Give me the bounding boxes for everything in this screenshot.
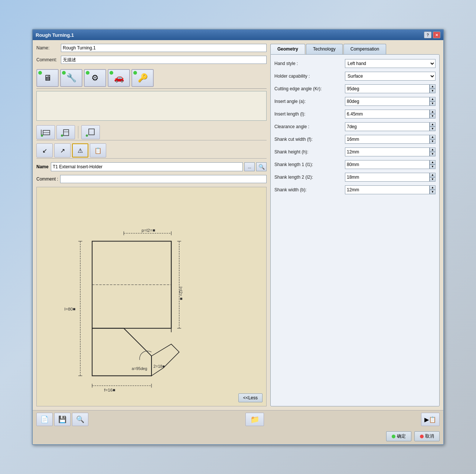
- toolbar-icon-4: 🚗: [114, 73, 124, 83]
- clearance-angle-up[interactable]: ▲: [430, 122, 436, 127]
- sub-icon-1b: [60, 127, 71, 138]
- bottom-icon-2: 💾: [58, 415, 66, 423]
- green-indicator-4: [110, 71, 113, 75]
- shank-height-input[interactable]: [345, 147, 430, 156]
- sub-btn-1c[interactable]: [81, 125, 100, 139]
- clearance-angle-down[interactable]: ▼: [430, 127, 436, 131]
- ok-label: 确定: [397, 433, 406, 439]
- sub-icon-1c: [85, 127, 96, 138]
- shank-width-down[interactable]: ▼: [430, 190, 436, 194]
- help-button[interactable]: ?: [424, 32, 431, 38]
- insert-angle-down[interactable]: ▼: [430, 101, 436, 106]
- shank-length1-control: ▲ ▼: [345, 160, 436, 169]
- name-input[interactable]: [61, 44, 267, 52]
- toolbar-icon-5: 🔑: [138, 73, 148, 83]
- ok-cancel-row: 确定 取消: [33, 428, 443, 444]
- insert-length-label: Insert length (l):: [274, 111, 345, 117]
- shank-width-up[interactable]: ▲: [430, 185, 436, 190]
- holder-capability-select[interactable]: Surface Boring: [345, 72, 436, 81]
- shank-length2-input[interactable]: [345, 173, 430, 182]
- sub-btn-2b[interactable]: ↗: [54, 143, 71, 158]
- prop-row-insert-length: Insert length (l): ▲ ▼: [274, 110, 436, 118]
- prop-row-insert-angle: Insert angle (a): ▲ ▼: [274, 97, 436, 106]
- shank-height-control: ▲ ▼: [345, 147, 436, 156]
- hand-style-select[interactable]: Left hand Right hand: [345, 59, 436, 68]
- cancel-button[interactable]: 取消: [414, 431, 440, 441]
- shank-length1-down[interactable]: ▼: [430, 165, 436, 169]
- shank-length1-input[interactable]: [345, 160, 430, 169]
- search-button[interactable]: 🔍: [256, 162, 267, 171]
- holder-capability-control: Surface Boring: [345, 72, 436, 81]
- sub-icon-1a: [40, 127, 51, 138]
- toolbar-btn-5[interactable]: 🔑: [131, 69, 154, 87]
- insert-angle-input[interactable]: [345, 97, 430, 106]
- toolbar-btn-1[interactable]: 🖥: [36, 69, 59, 87]
- toolbar-btn-4[interactable]: 🚗: [108, 69, 130, 87]
- cutting-edge-input[interactable]: [345, 84, 430, 93]
- bottom-btn-3[interactable]: 🔍: [72, 413, 88, 426]
- hand-style-control: Left hand Right hand: [345, 59, 436, 68]
- bottom-icon-3: 🔍: [76, 415, 84, 423]
- shank-cut-width-down[interactable]: ▼: [430, 139, 436, 144]
- shank-height-up[interactable]: ▲: [430, 147, 436, 152]
- bottom-right-button[interactable]: ▶📋: [421, 413, 440, 426]
- ok-button[interactable]: 确定: [386, 431, 411, 441]
- cutting-edge-up[interactable]: ▲: [430, 84, 436, 89]
- tool-name-row: Name ... 🔍: [36, 162, 267, 171]
- insert-length-up[interactable]: ▲: [430, 110, 436, 114]
- svg-point-7: [86, 134, 88, 137]
- sub-btn-2a[interactable]: ↙: [36, 143, 53, 158]
- cancel-label: 取消: [425, 433, 434, 439]
- comment-input[interactable]: [61, 56, 267, 64]
- sub-btn-2c[interactable]: ⚠: [72, 143, 88, 158]
- shank-length1-label: Shank length 1 (l1):: [274, 162, 345, 167]
- tool-name-input[interactable]: [51, 162, 243, 171]
- bottom-btn-1[interactable]: 📄: [36, 413, 53, 426]
- tab-compensation[interactable]: Compensation: [343, 44, 386, 54]
- name-label: Name:: [36, 45, 59, 51]
- sub-btn-1b[interactable]: [56, 125, 75, 139]
- shank-cut-width-control: ▲ ▼: [345, 135, 436, 144]
- tab-geometry[interactable]: Geometry: [270, 44, 305, 54]
- sub-icon-2a: ↙: [42, 147, 47, 154]
- shank-height-down[interactable]: ▼: [430, 152, 436, 156]
- shank-width-input[interactable]: [345, 185, 430, 194]
- shank-cut-width-up[interactable]: ▲: [430, 135, 436, 139]
- shank-length2-control: ▲ ▼: [345, 173, 436, 182]
- toolbar-btn-3[interactable]: ⚙: [84, 69, 106, 87]
- shank-length1-spinner: ▲ ▼: [430, 160, 436, 169]
- prop-row-shank-height: Shank height (h): ▲ ▼: [274, 147, 436, 156]
- toolbar-btn-2[interactable]: 🔧: [60, 69, 82, 87]
- clearance-angle-input[interactable]: [345, 122, 430, 131]
- cutting-edge-down[interactable]: ▼: [430, 89, 436, 93]
- close-button[interactable]: ✕: [433, 32, 440, 38]
- shank-length2-up[interactable]: ▲: [430, 173, 436, 177]
- svg-text:f=16■: f=16■: [104, 387, 115, 392]
- comment-label: Comment:: [36, 57, 59, 62]
- comment-row: Comment:: [36, 56, 267, 64]
- bottom-folder-button[interactable]: 📁: [245, 413, 264, 426]
- hand-style-label: Hand style :: [274, 61, 345, 66]
- shank-length1-up[interactable]: ▲: [430, 160, 436, 165]
- shank-length2-down[interactable]: ▼: [430, 177, 436, 182]
- sub-toolbar-2: ↙ ↗ ⚠ 📋: [36, 143, 267, 159]
- less-button[interactable]: <<Less: [238, 393, 263, 402]
- tab-technology[interactable]: Technology: [306, 44, 343, 54]
- shank-length2-label: Shank length 2 (l2):: [274, 175, 345, 180]
- browse-button[interactable]: ...: [244, 162, 255, 171]
- sub-btn-2d[interactable]: 📋: [90, 143, 106, 158]
- insert-length-input[interactable]: [345, 110, 430, 118]
- sub-btn-1a[interactable]: [36, 125, 55, 139]
- bottom-btn-2[interactable]: 💾: [54, 413, 71, 426]
- insert-angle-up[interactable]: ▲: [430, 97, 436, 101]
- shank-cut-width-spinner: ▲ ▼: [430, 135, 436, 144]
- folder-icon: 📁: [250, 415, 260, 424]
- right-panel: Geometry Technology Compensation Hand st…: [270, 44, 440, 406]
- tab-content-geometry: Hand style : Left hand Right hand Holder…: [270, 54, 440, 406]
- tool-comment-input[interactable]: [60, 175, 267, 183]
- right-icon: ▶📋: [424, 416, 436, 423]
- shank-length2-spinner: ▲ ▼: [430, 173, 436, 182]
- sub-toolbar-divider: [78, 126, 78, 139]
- insert-length-down[interactable]: ▼: [430, 114, 436, 118]
- shank-cut-width-input[interactable]: [345, 135, 430, 144]
